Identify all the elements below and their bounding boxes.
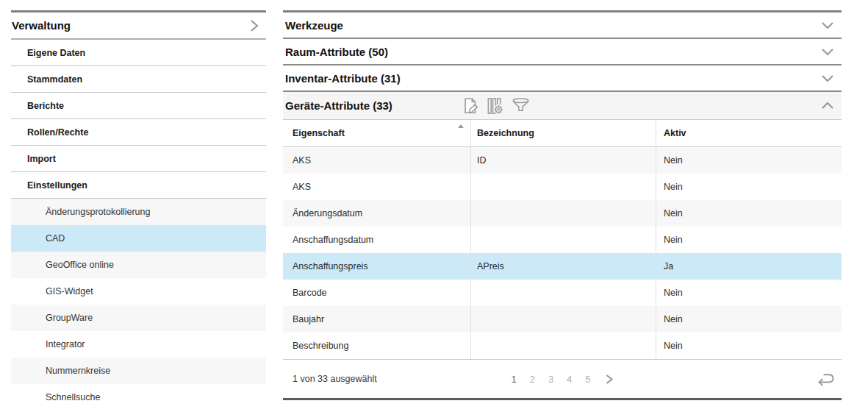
cell-bezeichnung — [470, 306, 656, 333]
cell-bezeichnung — [470, 280, 656, 306]
sidebar-subitem-schnellsuche[interactable]: Schnellsuche — [11, 384, 266, 411]
main-panel: Werkzeuge Raum-Attribute (50) Inventar-A… — [283, 10, 842, 400]
sidebar-item-berichte[interactable]: Berichte — [11, 93, 266, 119]
sidebar-subitem-cad[interactable]: CAD — [11, 225, 266, 252]
section-title: Geräte-Attribute (33) — [285, 99, 392, 112]
section-inventar-attribute[interactable]: Inventar-Attribute (31) — [283, 65, 842, 92]
sidebar-title: Verwaltung — [12, 19, 71, 32]
cell-aktiv: Nein — [656, 227, 842, 253]
column-settings-icon[interactable] — [486, 96, 504, 115]
chevron-down-icon — [821, 48, 834, 56]
sidebar-item-einstellungen[interactable]: Einstellungen — [11, 172, 266, 199]
cell-eigenschaft: Änderungsdatum — [283, 200, 470, 227]
section-title: Inventar-Attribute (31) — [285, 72, 401, 85]
sidebar-nav: Eigene Daten Stammdaten Berichte Rollen/… — [11, 40, 266, 199]
cell-bezeichnung — [470, 174, 656, 200]
table-row[interactable]: Änderungsdatum Nein — [283, 200, 842, 227]
table-footer: 1 von 33 ausgewählt 1 2 3 4 5 — [283, 360, 842, 400]
page-button-3[interactable]: 3 — [548, 374, 553, 385]
table-row[interactable]: Beschreibung Nein — [283, 333, 842, 359]
section-title: Werkzeuge — [285, 19, 343, 32]
return-icon[interactable] — [814, 370, 836, 388]
pagination: 1 2 3 4 5 — [511, 374, 613, 385]
cell-bezeichnung: ID — [470, 147, 656, 174]
sidebar: Verwaltung Eigene Daten Stammdaten Beric… — [11, 10, 266, 411]
sidebar-item-eigene-daten[interactable]: Eigene Daten — [11, 40, 266, 66]
table-row[interactable]: Barcode Nein — [283, 280, 842, 306]
table-row-selected[interactable]: Anschaffungspreis APreis Ja — [283, 253, 842, 280]
table-body: AKS ID Nein AKS Nein Änderungsdatum Nein… — [283, 147, 842, 360]
column-header-aktiv[interactable]: Aktiv — [656, 120, 842, 146]
cell-bezeichnung — [470, 333, 656, 359]
sort-ascending-icon[interactable] — [458, 124, 464, 128]
cell-bezeichnung — [470, 227, 656, 253]
next-page-icon[interactable] — [606, 374, 614, 385]
edit-attribute-icon[interactable] — [462, 96, 479, 115]
cell-eigenschaft: Baujahr — [283, 306, 470, 333]
cell-bezeichnung: APreis — [470, 253, 656, 280]
cell-bezeichnung — [470, 200, 656, 227]
selection-count: 1 von 33 ausgewählt — [293, 374, 377, 384]
sidebar-subitem-nummernkreise[interactable]: Nummernkreise — [11, 358, 266, 384]
table-row[interactable]: Anschaffungsdatum Nein — [283, 227, 842, 253]
section-toolbar — [462, 96, 531, 115]
cell-eigenschaft: AKS — [283, 174, 470, 200]
table-header-row: Eigenschaft Bezeichnung Aktiv — [283, 120, 842, 147]
attribute-table: Eigenschaft Bezeichnung Aktiv AKS ID Nei… — [283, 120, 842, 400]
chevron-up-icon — [821, 102, 834, 110]
chevron-right-icon — [250, 19, 259, 32]
filter-icon[interactable] — [511, 96, 531, 115]
cell-aktiv: Ja — [656, 253, 842, 280]
sidebar-subitem-geooffice-online[interactable]: GeoOffice online — [11, 252, 266, 278]
sidebar-item-import[interactable]: Import — [11, 146, 266, 172]
sidebar-subitem-integrator[interactable]: Integrator — [11, 331, 266, 358]
section-title: Raum-Attribute (50) — [285, 46, 388, 58]
sidebar-subitem-aenderungsprotokollierung[interactable]: Änderungsprotokollierung — [11, 199, 266, 225]
cell-eigenschaft: Barcode — [283, 280, 470, 306]
chevron-down-icon — [821, 21, 834, 29]
sidebar-item-stammdaten[interactable]: Stammdaten — [11, 66, 266, 93]
table-row[interactable]: AKS ID Nein — [283, 147, 842, 174]
page-button-5[interactable]: 5 — [585, 374, 590, 385]
table-row[interactable]: AKS Nein — [283, 174, 842, 200]
chevron-down-icon — [821, 74, 834, 82]
column-header-eigenschaft[interactable]: Eigenschaft — [283, 120, 470, 146]
cell-aktiv: Nein — [656, 306, 842, 333]
section-raum-attribute[interactable]: Raum-Attribute (50) — [283, 39, 842, 65]
page-button-2[interactable]: 2 — [530, 374, 535, 385]
page-button-1[interactable]: 1 — [511, 374, 516, 385]
sidebar-item-rollen-rechte[interactable]: Rollen/Rechte — [11, 119, 266, 146]
cell-eigenschaft: Anschaffungsdatum — [283, 227, 470, 253]
page-button-4[interactable]: 4 — [567, 374, 572, 385]
column-header-label: Eigenschaft — [293, 128, 345, 138]
section-werkzeuge[interactable]: Werkzeuge — [283, 13, 842, 39]
cell-aktiv: Nein — [656, 280, 842, 306]
cell-aktiv: Nein — [656, 333, 842, 359]
cell-eigenschaft: Beschreibung — [283, 333, 470, 359]
cell-aktiv: Nein — [656, 200, 842, 227]
cell-eigenschaft: AKS — [283, 147, 470, 174]
table-row[interactable]: Baujahr Nein — [283, 306, 842, 333]
sidebar-subnav: Änderungsprotokollierung CAD GeoOffice o… — [11, 199, 266, 411]
sidebar-subitem-gis-widget[interactable]: GIS-Widget — [11, 278, 266, 305]
sidebar-header-verwaltung[interactable]: Verwaltung — [11, 13, 266, 40]
column-header-bezeichnung[interactable]: Bezeichnung — [470, 120, 656, 146]
sidebar-subitem-groupware[interactable]: GroupWare — [11, 305, 266, 331]
cell-eigenschaft: Anschaffungspreis — [283, 253, 470, 280]
app-root: Verwaltung Eigene Daten Stammdaten Beric… — [0, 0, 868, 412]
cell-aktiv: Nein — [656, 174, 842, 200]
cell-aktiv: Nein — [656, 147, 842, 174]
section-geraete-attribute[interactable]: Geräte-Attribute (33) — [283, 92, 842, 120]
